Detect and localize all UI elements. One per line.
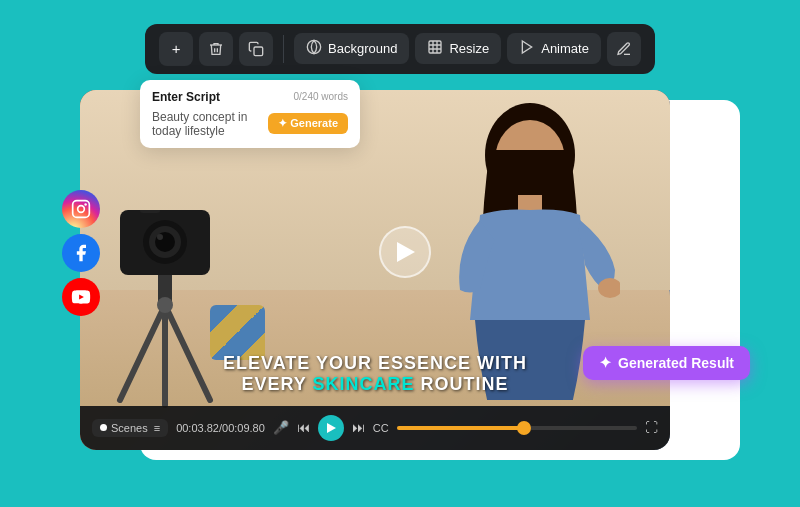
facebook-button[interactable] — [62, 234, 100, 272]
svg-point-1 — [307, 40, 320, 53]
background-button[interactable]: Background — [294, 33, 409, 64]
scenes-dot — [100, 424, 107, 431]
time-total: 00:09.80 — [222, 422, 265, 434]
script-title: Enter Script — [152, 90, 220, 104]
time-current: 00:03.82 — [176, 422, 219, 434]
progress-track[interactable] — [397, 426, 637, 430]
video-caption: ELEVATE YOUR ESSENCE WITH EVERY SKINCARE… — [80, 353, 670, 395]
resize-button[interactable]: Resize — [415, 33, 501, 64]
delete-button[interactable] — [199, 32, 233, 66]
generate-button[interactable]: ✦ Generate — [268, 113, 348, 134]
duplicate-button[interactable] — [239, 32, 273, 66]
svg-rect-16 — [140, 210, 160, 213]
play-button[interactable] — [379, 226, 431, 278]
social-strip — [62, 190, 100, 316]
control-bar: Scenes ≡ 00:03.82/00:09.80 🎤 ⏮ ⏭ CC ⛶ — [80, 406, 670, 450]
scenes-lines-icon: ≡ — [154, 422, 160, 434]
background-icon — [306, 39, 322, 58]
caption-line-2: EVERY SKINCARE ROUTINE — [100, 374, 650, 395]
animate-button[interactable]: Animate — [507, 33, 601, 64]
main-container: + Background Res — [40, 24, 760, 484]
script-panel: Enter Script 0/240 words Beauty concept … — [140, 80, 360, 148]
play-triangle-icon — [397, 242, 415, 262]
play-small-button[interactable] — [318, 415, 344, 441]
resize-icon — [427, 39, 443, 58]
svg-point-5 — [84, 203, 87, 206]
captions-icon[interactable]: CC — [373, 422, 389, 434]
caption-suffix: ROUTINE — [415, 374, 509, 394]
forward-icon[interactable]: ⏭ — [352, 420, 365, 435]
add-button[interactable]: + — [159, 32, 193, 66]
script-word-count: 0/240 words — [294, 91, 348, 102]
svg-rect-0 — [254, 47, 263, 56]
animate-label: Animate — [541, 41, 589, 56]
progress-fill — [397, 426, 529, 430]
sparkle-icon: ✦ — [599, 354, 612, 372]
progress-thumb[interactable] — [517, 421, 531, 435]
rewind-icon[interactable]: ⏮ — [297, 420, 310, 435]
svg-point-4 — [78, 205, 85, 212]
scenes-label: Scenes — [111, 422, 148, 434]
scenes-badge: Scenes ≡ — [92, 419, 168, 437]
style-button[interactable] — [607, 32, 641, 66]
animate-icon — [519, 39, 535, 58]
caption-line-1: ELEVATE YOUR ESSENCE WITH — [100, 353, 650, 374]
svg-point-15 — [157, 234, 163, 240]
svg-rect-2 — [429, 41, 441, 53]
fullscreen-icon[interactable]: ⛶ — [645, 420, 658, 435]
script-input-row: Beauty concept in today lifestyle ✦ Gene… — [152, 110, 348, 138]
caption-highlight: SKINCARE — [313, 374, 415, 394]
instagram-button[interactable] — [62, 190, 100, 228]
play-small-icon — [327, 423, 336, 433]
svg-point-21 — [157, 297, 173, 313]
script-placeholder[interactable]: Beauty concept in today lifestyle — [152, 110, 262, 138]
generated-result-badge[interactable]: ✦ Generated Result — [583, 346, 750, 380]
toolbar: + Background Res — [145, 24, 655, 74]
mic-icon[interactable]: 🎤 — [273, 420, 289, 435]
divider-1 — [283, 35, 284, 63]
script-header: Enter Script 0/240 words — [152, 90, 348, 104]
youtube-button[interactable] — [62, 278, 100, 316]
editor-area: Enter Script 0/240 words Beauty concept … — [80, 90, 720, 470]
background-label: Background — [328, 41, 397, 56]
svg-rect-3 — [73, 200, 90, 217]
resize-label: Resize — [449, 41, 489, 56]
caption-prefix: EVERY — [241, 374, 312, 394]
time-display: 00:03.82/00:09.80 — [176, 422, 265, 434]
generated-result-label: Generated Result — [618, 355, 734, 371]
